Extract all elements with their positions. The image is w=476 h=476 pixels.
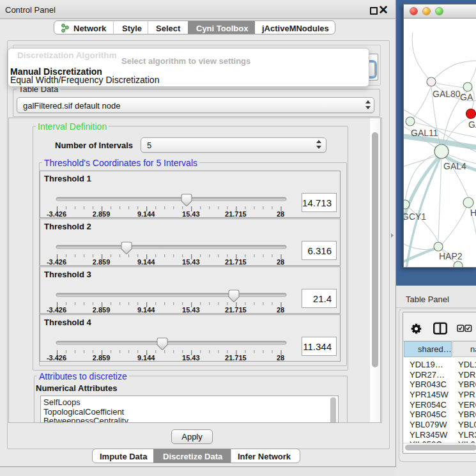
svg-text:HI: HI <box>470 208 476 218</box>
svg-text:GA: GA <box>468 119 476 130</box>
svg-text:GA: GA <box>460 92 473 102</box>
svg-text:GAL4: GAL4 <box>443 161 466 171</box>
svg-text:GCY1: GCY1 <box>404 211 426 222</box>
svg-text:HAP2: HAP2 <box>439 251 463 261</box>
svg-text:GAL11: GAL11 <box>411 128 438 138</box>
svg-text:GAL80: GAL80 <box>433 89 461 99</box>
